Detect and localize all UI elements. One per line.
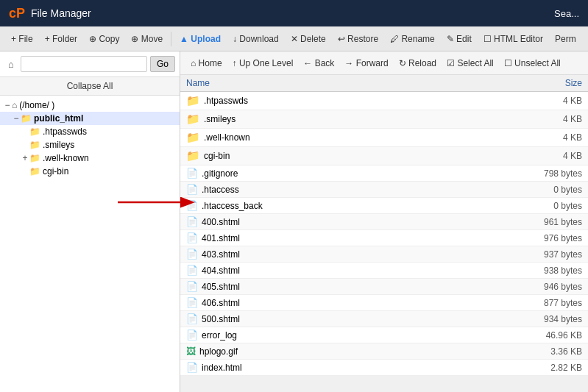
tree-item-cgi-bin[interactable]: 📁 cgi-bin <box>0 165 180 178</box>
file-table: Name Size 📁 .htpasswds 4 KB 📁 .smileys 4… <box>180 75 588 376</box>
copy-button[interactable]: ⊕ Copy <box>84 32 124 46</box>
tree-item-htpasswds[interactable]: 📁 .htpasswds <box>0 125 180 138</box>
file-size: 934 bytes <box>440 311 588 327</box>
toggle-htpasswds <box>21 126 29 137</box>
file-name-cell: 📄 index.html <box>180 360 440 376</box>
toggle-smileys <box>21 140 29 150</box>
new-file-button[interactable]: + File <box>6 32 38 46</box>
forward-btn[interactable]: → Forward <box>340 57 392 70</box>
delete-button[interactable]: ✕ Delete <box>286 32 331 46</box>
restore-button[interactable]: ↩ Restore <box>333 32 383 46</box>
search-label: Sea... <box>554 8 579 19</box>
col-size[interactable]: Size <box>440 75 588 92</box>
table-row[interactable]: 📄 404.shtml 938 bytes <box>180 263 588 279</box>
go-button[interactable]: Go <box>150 56 175 72</box>
tree-item-well-known[interactable]: + 📁 .well-known <box>0 152 180 165</box>
sidebar: ⌂ Go Collapse All − ⌂ (/home/ ) − 📁 publ… <box>0 51 180 392</box>
file-name: error_log <box>202 330 237 341</box>
file-name: .gitignore <box>202 168 238 179</box>
file-icon: 📄 <box>186 329 198 341</box>
folder-icon-smileys: 📁 <box>29 140 40 150</box>
home-folder-icon: ⌂ <box>12 100 17 110</box>
file-name-cell: 📄 500.shtml <box>180 311 440 327</box>
file-name: 404.shtml <box>202 266 240 276</box>
file-tree: − ⌂ (/home/ ) − 📁 public_html 📁 .htpassw… <box>0 96 180 392</box>
tree-label-home: (/home/ ) <box>19 100 54 110</box>
file-icon: 📄 <box>186 249 198 260</box>
html-icon: 📄 <box>186 362 198 373</box>
reload-btn[interactable]: ↻ Reload <box>394 57 441 70</box>
table-row[interactable]: 📄 error_log 46.96 KB <box>180 327 588 343</box>
table-row[interactable]: 📄 401.shtml 976 bytes <box>180 230 588 246</box>
tree-item-smileys[interactable]: 📁 .smileys <box>0 138 180 152</box>
folder-icon: 📁 <box>186 131 200 144</box>
html-editor-button[interactable]: ☐ HTML Editor <box>478 32 548 46</box>
toggle-public-html: − <box>12 113 21 124</box>
table-row[interactable]: 📄 406.shtml 877 bytes <box>180 295 588 311</box>
tree-label-well-known: .well-known <box>43 153 89 163</box>
tree-item-public-html[interactable]: − 📁 public_html <box>0 112 180 125</box>
table-row[interactable]: 📄 403.shtml 937 bytes <box>180 246 588 263</box>
file-icon: 📄 <box>186 232 198 243</box>
file-name-cell: 📄 403.shtml <box>180 246 440 263</box>
table-row[interactable]: 📄 .htaccess 0 bytes <box>180 182 588 198</box>
file-size: 4 KB <box>440 129 588 147</box>
file-name-cell: 📄 406.shtml <box>180 295 440 311</box>
folder-icon-cgi-bin: 📁 <box>29 166 40 177</box>
table-row[interactable]: 📄 405.shtml 946 bytes <box>180 279 588 295</box>
table-row[interactable]: 📁 .smileys 4 KB <box>180 110 588 129</box>
file-name: 400.shtml <box>202 217 240 227</box>
up-btn[interactable]: ↑ Up One Level <box>228 57 298 70</box>
table-row[interactable]: 📄 .htaccess_back 0 bytes <box>180 198 588 214</box>
table-row[interactable]: 📁 .htpasswds 4 KB <box>180 92 588 110</box>
unselect-all-btn[interactable]: ☐ Unselect All <box>500 57 565 70</box>
folder-icon: 📁 <box>186 149 200 163</box>
home-btn[interactable]: ⌂ Home <box>186 57 227 70</box>
file-size: 798 bytes <box>440 165 588 182</box>
path-input[interactable] <box>21 56 147 72</box>
table-row[interactable]: 📄 500.shtml 934 bytes <box>180 311 588 327</box>
table-row[interactable]: 📄 index.html 2.82 KB <box>180 360 588 376</box>
rename-button[interactable]: 🖊 Rename <box>385 32 440 46</box>
table-row[interactable]: 📄 .gitignore 798 bytes <box>180 165 588 182</box>
file-size: 946 bytes <box>440 279 588 295</box>
file-size: 938 bytes <box>440 263 588 279</box>
file-name-cell: 📄 405.shtml <box>180 279 440 295</box>
col-name[interactable]: Name <box>180 75 440 92</box>
file-size: 3.36 KB <box>440 343 588 360</box>
file-name: 406.shtml <box>202 298 240 308</box>
tree-label-public-html: public_html <box>34 113 83 124</box>
collapse-all-button[interactable]: Collapse All <box>0 77 180 96</box>
folder-icon-public-html: 📁 <box>21 113 32 124</box>
file-icon: 📄 <box>186 200 198 211</box>
select-all-btn[interactable]: ☑ Select All <box>442 57 498 70</box>
file-size: 46.96 KB <box>440 327 588 343</box>
file-name-cell: 📄 error_log <box>180 327 440 343</box>
edit-button[interactable]: ✎ Edit <box>442 32 477 46</box>
file-name: index.html <box>202 363 242 373</box>
upload-button[interactable]: ▲ Upload <box>174 32 226 46</box>
file-size: 0 bytes <box>440 182 588 198</box>
gif-icon: 🖼 <box>186 346 196 357</box>
tree-item-home[interactable]: − ⌂ (/home/ ) <box>0 99 180 112</box>
file-name-cell: 📁 .well-known <box>180 129 440 147</box>
file-size: 937 bytes <box>440 246 588 263</box>
file-name: hplogo.gif <box>199 346 238 357</box>
table-row[interactable]: 📄 400.shtml 961 bytes <box>180 214 588 230</box>
download-button[interactable]: ↓ Download <box>227 32 284 46</box>
sidebar-search-bar: ⌂ Go <box>0 51 180 77</box>
file-icon: 📄 <box>186 168 198 179</box>
file-name: .htpasswds <box>204 96 248 106</box>
new-folder-button[interactable]: + Folder <box>40 32 82 46</box>
table-row[interactable]: 📁 cgi-bin 4 KB <box>180 147 588 165</box>
file-size: 4 KB <box>440 92 588 110</box>
header-bar: cP File Manager Sea... <box>0 0 588 26</box>
file-size: 2.82 KB <box>440 360 588 376</box>
perm-button[interactable]: Perm <box>550 32 581 46</box>
file-list: Name Size 📁 .htpasswds 4 KB 📁 .smileys 4… <box>180 75 588 392</box>
table-row[interactable]: 🖼 hplogo.gif 3.36 KB <box>180 343 588 360</box>
move-button[interactable]: ⊕ Move <box>126 32 168 46</box>
folder-icon-well-known: 📁 <box>29 153 40 163</box>
back-btn[interactable]: ← Back <box>299 57 339 70</box>
table-row[interactable]: 📁 .well-known 4 KB <box>180 129 588 147</box>
